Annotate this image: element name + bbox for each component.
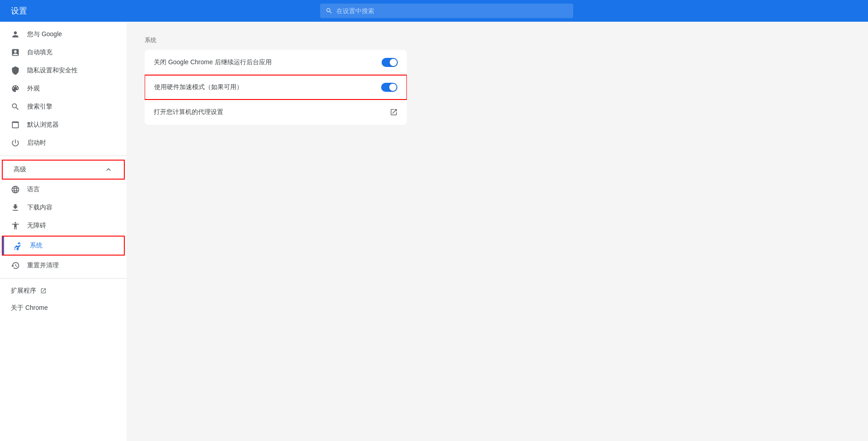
sidebar-item-label: 隐私设置和安全性 <box>27 66 78 75</box>
sidebar-item-label: 搜索引擎 <box>27 103 52 111</box>
sidebar-item-accessibility[interactable]: 无障碍 <box>0 217 127 235</box>
settings-row-background-apps: 关闭 Google Chrome 后继续运行后台应用 <box>145 50 407 75</box>
sidebar-item-label: 启动时 <box>27 139 46 147</box>
sidebar-item-label: 外观 <box>27 85 40 93</box>
section-title: 系统 <box>145 36 850 44</box>
sidebar-item-default-browser[interactable]: 默认浏览器 <box>0 116 127 134</box>
background-apps-toggle[interactable] <box>382 58 398 67</box>
sidebar-item-about-chrome[interactable]: 关于 Chrome <box>0 299 127 317</box>
advanced-label: 高级 <box>14 166 26 174</box>
sidebar-item-language[interactable]: 语言 <box>0 180 127 199</box>
page-title: 设置 <box>11 5 27 16</box>
settings-row-proxy: 打开您计算机的代理设置 <box>145 100 407 125</box>
settings-row-hardware-acceleration: 使用硬件加速模式（如果可用） <box>145 75 407 100</box>
main-layout: 您与 Google 自动填充 隐私设置和安全性 外观 搜索引擎 <box>0 22 868 441</box>
sidebar-item-label: 无障碍 <box>27 222 46 230</box>
sidebar-item-label: 系统 <box>30 242 42 250</box>
sidebar-item-label: 语言 <box>27 185 40 194</box>
external-link-icon <box>40 287 47 294</box>
search-icon <box>11 102 20 111</box>
download-icon <box>11 203 20 212</box>
accessibility-icon <box>11 221 20 230</box>
search-input[interactable] <box>336 7 568 14</box>
sidebar-item-reset[interactable]: 重置并清理 <box>0 256 127 275</box>
main-content: 系统 关闭 Google Chrome 后继续运行后台应用 使用硬件加速模式（如… <box>127 22 868 441</box>
sidebar-divider <box>0 156 127 156</box>
sidebar-item-system[interactable]: 系统 <box>2 236 125 256</box>
shield-icon <box>11 66 20 75</box>
history-icon <box>11 261 20 270</box>
sidebar-divider-2 <box>0 278 127 279</box>
hardware-acceleration-toggle-container <box>381 83 397 92</box>
advanced-section-header[interactable]: 高级 <box>2 160 125 180</box>
proxy-text: 打开您计算机的代理设置 <box>154 108 223 116</box>
sidebar-item-label: 重置并清理 <box>27 261 59 270</box>
sidebar-item-on-startup[interactable]: 启动时 <box>0 134 127 152</box>
hardware-acceleration-text: 使用硬件加速模式（如果可用） <box>154 83 243 91</box>
header: 设置 <box>0 0 868 22</box>
background-apps-text: 关闭 Google Chrome 后继续运行后台应用 <box>154 58 272 66</box>
search-bar[interactable] <box>320 4 573 18</box>
autofill-icon <box>11 48 20 57</box>
person-icon <box>11 30 20 39</box>
hardware-acceleration-toggle[interactable] <box>381 83 397 92</box>
extensions-label: 扩展程序 <box>11 287 36 295</box>
settings-card: 关闭 Google Chrome 后继续运行后台应用 使用硬件加速模式（如果可用… <box>145 50 407 125</box>
chevron-up-icon <box>104 165 113 174</box>
sidebar-item-search-engine[interactable]: 搜索引擎 <box>0 98 127 116</box>
sidebar-item-you-google[interactable]: 您与 Google <box>0 25 127 43</box>
globe-icon <box>11 185 20 194</box>
sidebar-item-privacy[interactable]: 隐私设置和安全性 <box>0 62 127 80</box>
wrench-icon <box>14 241 23 250</box>
sidebar-item-autofill[interactable]: 自动填充 <box>0 43 127 62</box>
sidebar-item-label: 默认浏览器 <box>27 121 59 129</box>
sidebar: 您与 Google 自动填充 隐私设置和安全性 外观 搜索引擎 <box>0 22 127 441</box>
proxy-external-link-icon[interactable] <box>390 108 398 116</box>
background-apps-toggle-container <box>382 58 398 67</box>
sidebar-item-extensions[interactable]: 扩展程序 <box>0 282 127 299</box>
browser-icon <box>11 120 20 129</box>
proxy-ext-link-container <box>390 108 398 116</box>
sidebar-item-label: 您与 Google <box>27 30 62 38</box>
palette-icon <box>11 84 20 93</box>
search-icon <box>326 7 333 14</box>
power-icon <box>11 138 20 147</box>
about-chrome-label: 关于 Chrome <box>11 304 48 312</box>
sidebar-item-downloads[interactable]: 下载内容 <box>0 199 127 217</box>
sidebar-item-label: 下载内容 <box>27 204 52 212</box>
sidebar-item-appearance[interactable]: 外观 <box>0 80 127 98</box>
advanced-header-left: 高级 <box>14 166 26 174</box>
sidebar-item-label: 自动填充 <box>27 48 52 57</box>
